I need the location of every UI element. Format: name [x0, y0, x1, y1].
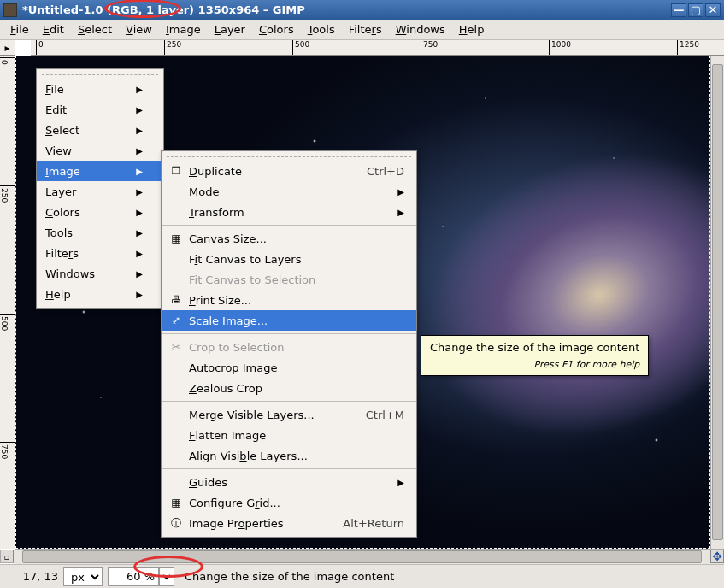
minimize-button[interactable]: — [671, 3, 686, 17]
canvas-size-icon: ▦ [168, 232, 184, 244]
sub-guides[interactable]: Guides▶ [162, 472, 416, 492]
ctx-view[interactable]: View▶ [37, 140, 163, 161]
zoom-input[interactable] [108, 567, 159, 586]
sub-fit-selection: Fit Canvas to Selection [162, 269, 416, 290]
menu-image[interactable]: Image [159, 21, 208, 38]
titlebar: *Untitled-1.0 (RGB, 1 layer) 1350x964 – … [0, 0, 724, 20]
print-size-icon: 🖶 [168, 294, 184, 306]
ruler-vertical[interactable]: 0 250 500 750 [0, 56, 15, 549]
maximize-button[interactable]: ▢ [688, 3, 703, 17]
ctx-edit[interactable]: Edit▶ [37, 99, 163, 120]
sub-duplicate[interactable]: ❐DuplicateCtrl+D [162, 161, 416, 181]
close-button[interactable]: ✕ [705, 3, 721, 17]
menu-view[interactable]: View [119, 21, 159, 38]
menu-colors[interactable]: Colors [252, 21, 301, 38]
status-text: Change the size of the image content [180, 570, 717, 583]
ruler-corner-right [710, 40, 724, 56]
ctx-help[interactable]: Help▶ [37, 284, 163, 304]
statusbar: 17, 13 px Change the size of the image c… [0, 564, 724, 588]
quickmask-toggle[interactable]: ▫ [0, 550, 14, 563]
sub-crop: ✂Crop to Selection [162, 337, 416, 357]
sub-flatten[interactable]: Flatten Image [162, 425, 416, 445]
window-title: *Untitled-1.0 (RGB, 1 layer) 1350x964 – … [22, 3, 671, 16]
ctx-select[interactable]: Select▶ [37, 120, 163, 140]
ctx-windows[interactable]: Windows▶ [37, 263, 163, 284]
navigate-icon[interactable]: ✥ [710, 550, 724, 563]
sub-grid[interactable]: ▦Configure Grid... [162, 492, 416, 513]
ctx-file[interactable]: File▶ [37, 79, 163, 99]
sub-transform[interactable]: Transform▶ [162, 202, 416, 222]
menubar: File Edit Select View Image Layer Colors… [0, 20, 724, 40]
ctx-layer[interactable]: Layer▶ [37, 181, 163, 202]
ctx-filters[interactable]: Filters▶ [37, 243, 163, 263]
scroll-thumb-vertical[interactable] [712, 64, 723, 540]
ctx-image[interactable]: Image▶ [37, 161, 163, 181]
scroll-thumb-horizontal[interactable] [22, 550, 702, 563]
menu-tools[interactable]: Tools [301, 21, 342, 38]
image-submenu: ❐DuplicateCtrl+D Mode▶ Transform▶ ▦Canva… [161, 150, 417, 538]
ctx-colors[interactable]: Colors▶ [37, 202, 163, 222]
crop-icon: ✂ [168, 341, 184, 353]
ruler-horizontal[interactable]: 0 250 500 750 1000 1250 [31, 40, 710, 56]
tooltip: Change the size of the image content Pre… [421, 335, 649, 376]
sub-zealous[interactable]: Zealous Crop [162, 378, 416, 398]
scrollbar-vertical[interactable] [710, 56, 724, 549]
tooltip-text: Change the size of the image content [430, 341, 639, 354]
sub-mode[interactable]: Mode▶ [162, 181, 416, 202]
ctx-tools[interactable]: Tools▶ [37, 222, 163, 243]
tooltip-help: Press F1 for more help [430, 359, 639, 370]
sub-align[interactable]: Align Visible Layers... [162, 445, 416, 466]
sub-merge[interactable]: Merge Visible Layers...Ctrl+M [162, 404, 416, 425]
scrollbar-horizontal[interactable] [14, 550, 710, 564]
sub-properties[interactable]: ⓘImage PropertiesAlt+Return [162, 513, 416, 533]
menu-select[interactable]: Select [71, 21, 119, 38]
sub-canvas-size[interactable]: ▦Canvas Size... [162, 228, 416, 249]
menu-layer[interactable]: Layer [208, 21, 252, 38]
window-controls: — ▢ ✕ [671, 3, 721, 17]
scale-icon: ⤢ [168, 315, 184, 326]
sub-fit-layers[interactable]: Fit Canvas to Layers [162, 249, 416, 269]
menu-file[interactable]: File [3, 21, 36, 38]
context-menu: File▶ Edit▶ Select▶ View▶ Image▶ Layer▶ … [36, 68, 164, 309]
menu-windows[interactable]: Windows [389, 21, 452, 38]
duplicate-icon: ❐ [168, 165, 184, 177]
grid-icon: ▦ [168, 497, 184, 509]
galaxy-graphic [384, 105, 710, 485]
zoom-select[interactable] [159, 567, 174, 586]
info-icon: ⓘ [168, 516, 184, 531]
unit-select[interactable]: px [63, 567, 103, 586]
menu-filters[interactable]: Filters [342, 21, 389, 38]
sub-autocrop[interactable]: Autocrop Image [162, 357, 416, 378]
menu-help[interactable]: Help [452, 21, 491, 38]
sub-print-size[interactable]: 🖶Print Size... [162, 290, 416, 310]
app-icon [3, 3, 17, 17]
menu-edit[interactable]: Edit [36, 21, 71, 38]
ruler-corner-menu[interactable]: ▸ [0, 40, 15, 56]
pointer-coords: 17, 13 [7, 570, 58, 583]
sub-scale-image[interactable]: ⤢Scale Image... [162, 310, 416, 331]
